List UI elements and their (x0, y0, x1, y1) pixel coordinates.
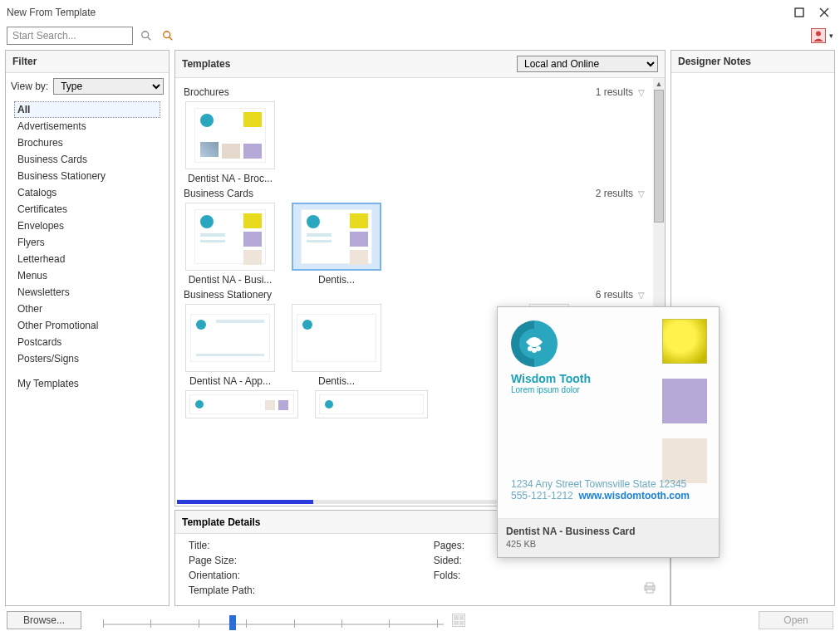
details-header-title: Template Details (182, 516, 260, 528)
template-item[interactable]: Dentist NA - Broc... (184, 101, 277, 184)
svg-rect-8 (646, 590, 653, 593)
preview-size: 425 KB (506, 539, 710, 549)
template-item-selected[interactable]: Dentis... (290, 203, 383, 286)
section-business-cards-count: 2 results (596, 188, 633, 199)
preview-address: 1234 Any Street Townsville State 12345 (511, 478, 690, 490)
template-item[interactable]: Dentist NA - Busi... (184, 203, 277, 286)
scrollbar-thumb[interactable] (654, 90, 664, 223)
window-title: New From Template (7, 7, 96, 18)
scroll-up-icon[interactable]: ▲ (653, 78, 665, 90)
tan-block (662, 438, 707, 483)
viewby-label: View by: (11, 81, 48, 92)
category-newsletters[interactable]: Newsletters (14, 284, 160, 301)
templates-title: Templates (182, 58, 230, 70)
svg-rect-0 (795, 8, 803, 17)
category-other-promotional[interactable]: Other Promotional (14, 317, 160, 334)
chevron-down-icon[interactable]: ▽ (638, 88, 645, 97)
detail-templatepath-label: Template Path: (189, 584, 400, 597)
toolbar: ▾ (0, 23, 840, 50)
search-web-icon[interactable] (160, 27, 176, 44)
filter-header: Filter (6, 51, 169, 73)
template-item[interactable]: Dentis... (290, 304, 383, 387)
template-item[interactable] (313, 390, 430, 418)
bottom-bar: Browse... Open (0, 606, 840, 634)
templates-header: Templates Local and Online (175, 51, 665, 78)
preview-title: Dentist NA - Business Card (506, 526, 710, 537)
section-business-stationery-count: 6 results (596, 289, 633, 301)
print-icon[interactable] (643, 581, 661, 597)
template-caption: Dentis... (292, 274, 381, 286)
preview-phone: 555-121-1212 (511, 490, 573, 501)
browse-button[interactable]: Browse... (7, 611, 81, 629)
user-icon[interactable] (811, 28, 826, 43)
brand-logo-icon (511, 320, 558, 367)
template-preview-popup: Wisdom Tooth Lorem ipsum dolor 1234 Any … (497, 306, 720, 558)
user-menu-caret-icon[interactable]: ▾ (829, 32, 833, 40)
category-flyers[interactable]: Flyers (14, 234, 160, 251)
detail-title-label: Title: (189, 539, 400, 552)
template-source-select[interactable]: Local and Online (517, 56, 658, 72)
category-catalogs[interactable]: Catalogs (14, 184, 160, 201)
title-bar: New From Template (0, 0, 840, 23)
viewby-select[interactable]: Type (53, 78, 164, 95)
detail-orientation-label: Orientation: (189, 569, 400, 582)
section-brochures-count: 1 results (596, 86, 633, 98)
close-icon[interactable] (815, 5, 833, 20)
detail-pagesize-label: Page Size: (189, 554, 400, 567)
search-input[interactable] (7, 27, 133, 45)
category-all[interactable]: All (14, 101, 160, 118)
category-other[interactable]: Other (14, 301, 160, 317)
category-business-stationery[interactable]: Business Stationery (14, 168, 160, 184)
svg-point-5 (816, 32, 821, 37)
svg-line-4 (169, 37, 173, 41)
section-business-cards-title: Business Cards (184, 188, 253, 199)
template-caption: Dentis... (292, 375, 381, 387)
category-postcards[interactable]: Postcards (14, 334, 160, 350)
lavender-block (662, 379, 707, 423)
chevron-down-icon[interactable]: ▽ (638, 189, 645, 198)
category-posters-signs[interactable]: Posters/Signs (14, 350, 160, 367)
maximize-icon[interactable] (790, 5, 808, 20)
category-certificates[interactable]: Certificates (14, 201, 160, 218)
template-item[interactable]: Dentist NA - App... (184, 304, 277, 387)
svg-point-12 (536, 346, 541, 351)
open-button[interactable]: Open (759, 611, 833, 629)
category-list: All Advertisements Brochures Business Ca… (6, 100, 169, 394)
template-item[interactable] (184, 390, 300, 418)
template-caption: Dentist NA - Broc... (185, 173, 275, 184)
filter-panel: Filter View by: Type All Advertisements … (5, 50, 169, 606)
detail-folds-label: Folds: (434, 569, 610, 582)
template-caption: Dentist NA - Busi... (185, 274, 275, 286)
zoom-slider[interactable] (103, 612, 444, 629)
designer-notes-header: Designer Notes (671, 51, 834, 73)
category-letterhead[interactable]: Letterhead (14, 251, 160, 267)
search-icon[interactable] (138, 27, 155, 44)
grid-view-icon[interactable] (452, 614, 465, 627)
category-menus[interactable]: Menus (14, 267, 160, 284)
category-brochures[interactable]: Brochures (14, 135, 160, 151)
svg-line-2 (148, 37, 151, 41)
chevron-down-icon[interactable]: ▽ (638, 291, 645, 300)
category-my-templates[interactable]: My Templates (14, 375, 160, 392)
svg-point-3 (164, 32, 170, 38)
section-brochures-title: Brochures (184, 86, 229, 98)
category-business-cards[interactable]: Business Cards (14, 151, 160, 168)
svg-rect-7 (646, 583, 653, 586)
category-envelopes[interactable]: Envelopes (14, 218, 160, 234)
flower-image (662, 319, 707, 364)
zoom-handle[interactable] (229, 615, 236, 630)
preview-website: www.wisdomtooth.com (578, 490, 690, 501)
svg-point-1 (142, 32, 149, 38)
section-business-stationery-title: Business Stationery (184, 289, 272, 301)
category-advertisements[interactable]: Advertisements (14, 118, 160, 135)
template-caption: Dentist NA - App... (185, 375, 275, 387)
